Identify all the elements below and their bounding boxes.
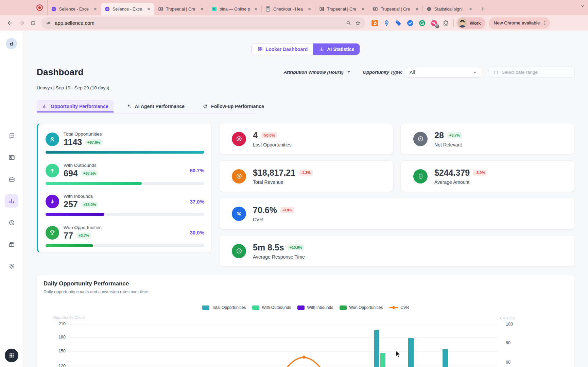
extension-grammarly-icon[interactable] — [417, 18, 427, 28]
tab-ai-agent-performance[interactable]: AI Agent Performance — [121, 100, 190, 112]
new-tab-button[interactable] — [478, 4, 487, 13]
tab-close-icon[interactable] — [307, 6, 312, 12]
kpi-value: $18,817.21 — [253, 168, 295, 178]
opportunity-type-select[interactable]: All — [406, 67, 481, 77]
tab-close-icon[interactable] — [253, 6, 259, 12]
tab-close-icon[interactable] — [146, 6, 152, 12]
tab-opportunity-performance[interactable]: Opportunity Performance — [37, 100, 114, 112]
chrome-update-label: New Chrome available — [494, 20, 540, 25]
clock-icon — [232, 244, 246, 258]
funnel-row: Total Opportunities1143+67.6% — [46, 132, 204, 154]
tab-close-icon[interactable] — [414, 6, 420, 12]
analytics-icon — [8, 197, 16, 205]
browser-tab[interactable]: Trupeer.ai | Cre — [154, 3, 208, 15]
kpi-value-row: $18,817.21-1.3% — [253, 168, 313, 178]
kpi-card-total-revenue: $$18,817.21-1.3%Total Revenue — [219, 160, 393, 192]
tab-close-icon[interactable] — [199, 6, 205, 12]
forward-button[interactable] — [16, 17, 27, 29]
sellence-favicon-icon — [51, 6, 57, 12]
browser-toolbar: app.sellence.com 8 Work New Chrome avail… — [0, 15, 588, 31]
tab-follow-up-performance[interactable]: Follow-up Performance — [197, 100, 269, 112]
legend-item: Total Opportunities — [202, 305, 246, 310]
kpi-text: 5m 8.5s+10.9%Average Response Time — [253, 243, 305, 260]
browser-tab[interactable]: Statistical signi — [423, 3, 476, 15]
sidebar-item-analytics[interactable] — [5, 194, 18, 208]
refresh-icon — [202, 103, 208, 109]
trupeer-favicon-icon — [373, 6, 378, 12]
legend-swatch — [252, 305, 259, 310]
trupeer-favicon-icon — [158, 6, 163, 12]
extension-puzzle-icon[interactable] — [441, 18, 451, 28]
launcher-button[interactable] — [5, 349, 18, 362]
kpi-card-average-amount: $244.379-3.9%Average Amount — [401, 160, 575, 192]
kpi-label: CVR — [253, 217, 294, 222]
y-left-tick: 150 — [52, 349, 66, 353]
url-text[interactable]: app.sellence.com — [55, 20, 342, 26]
sidebar-item-history[interactable] — [5, 216, 18, 229]
progress-fill — [46, 182, 142, 185]
sidebar-item-gift[interactable] — [5, 238, 18, 251]
y-left-axis-label: Opportunity Count — [53, 315, 85, 319]
bookmark-star-icon[interactable] — [355, 20, 361, 26]
sparkles-icon — [126, 103, 132, 109]
progress-track — [46, 151, 204, 154]
legend-label: Won Opportunities — [349, 305, 383, 310]
mouse-cursor — [395, 350, 402, 357]
gift-icon — [8, 241, 16, 248]
progress-track — [46, 213, 204, 216]
chart-bar — [380, 353, 385, 367]
browser-tab[interactable]: Checkout - Hea — [262, 3, 315, 15]
tab-close-icon[interactable] — [360, 6, 366, 12]
chart-subtitle: Daily opportunity counts and conversion … — [44, 290, 148, 294]
view-toggle-looker-dashboard[interactable]: Looker Dashboard — [252, 43, 313, 55]
browser-menu-icon[interactable] — [541, 20, 549, 26]
zoom-page-icon[interactable] — [346, 20, 351, 26]
browser-tab[interactable]: Trupeer.ai | Cre — [315, 3, 369, 15]
tab-label: Opportunity Performance — [51, 104, 108, 109]
sidebar-item-settings[interactable] — [5, 259, 18, 273]
browser-tab[interactable]: Trupeer.ai | Cre — [369, 3, 422, 15]
sidebar-item-chat[interactable] — [5, 129, 18, 142]
chrome-update-button[interactable]: New Chrome available — [489, 17, 550, 29]
extension-tag-icon[interactable] — [394, 18, 403, 28]
y-left-tick: 120 — [52, 364, 66, 367]
address-bar[interactable]: app.sellence.com — [41, 17, 365, 29]
browser-tab[interactable]: Sellence - Exce — [101, 3, 154, 15]
tab-close-icon[interactable] — [468, 6, 473, 12]
bina-favicon-icon: b — [211, 6, 217, 12]
kpi-text: $18,817.21-1.3%Total Revenue — [253, 168, 313, 185]
browser-tab[interactable]: Sellence - Exce — [48, 3, 101, 15]
view-toggle-ai-statistics[interactable]: AI Statistics — [313, 43, 360, 55]
workspace-avatar[interactable]: d — [6, 38, 17, 49]
progress-track — [46, 182, 204, 185]
sidebar-item-contacts[interactable] — [5, 151, 18, 164]
legend-item: With Inbounds — [297, 305, 333, 310]
kpi-text: 70.6%-0.8%CVR — [253, 205, 294, 222]
extension-hubspot-icon[interactable] — [370, 18, 379, 28]
profile-button[interactable]: Work — [456, 17, 485, 29]
back-button[interactable] — [4, 17, 16, 29]
openai-favicon-icon — [426, 6, 432, 12]
date-range-input[interactable]: Select date range — [489, 67, 575, 78]
tab-close-icon[interactable] — [92, 6, 98, 12]
site-info-icon[interactable] — [46, 20, 51, 26]
legend-item: Won Opportunities — [340, 305, 383, 310]
reload-button[interactable] — [27, 17, 39, 29]
extension-recorder-icon[interactable]: 8 — [429, 18, 439, 28]
sidebar-item-briefcase[interactable] — [5, 172, 18, 186]
funnel-label: Total Opportunities — [64, 132, 102, 137]
extension-drop-icon[interactable] — [382, 18, 391, 28]
attribution-window-filter[interactable]: Attribution Window (Hours) — [283, 70, 351, 75]
extension-check-icon[interactable] — [405, 18, 415, 28]
browser-tab[interactable]: bbina — Online p — [208, 3, 261, 15]
kpi-value-row: $244.379-3.9% — [434, 168, 487, 178]
target-icon — [413, 132, 428, 146]
opportunity-funnel-card: Total Opportunities1143+67.6%With Outbou… — [37, 123, 211, 253]
legend-label: CVR — [400, 305, 409, 310]
kpi-value: 28 — [434, 130, 444, 140]
tab-search-chevron-icon[interactable] — [580, 3, 585, 8]
tab-label: AI Agent Performance — [135, 104, 185, 109]
legend-swatch — [340, 305, 347, 310]
kpi-card-not-relevant: 28+3.7%Not Relevant — [401, 123, 575, 155]
conversion-rate: 30.0% — [190, 230, 204, 235]
